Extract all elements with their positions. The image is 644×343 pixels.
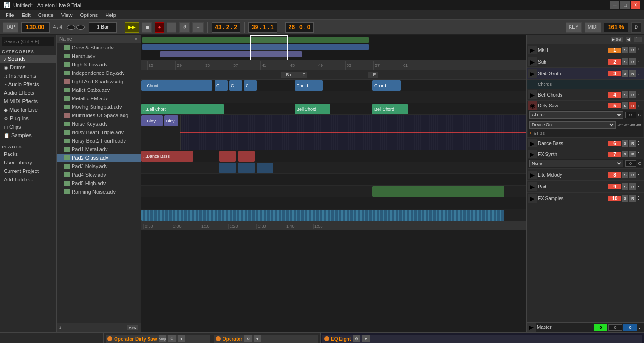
track-r-fxsynth[interactable]: R — [629, 151, 636, 157]
file-item[interactable]: Noise Keys.adv — [57, 120, 141, 128]
file-browser-list[interactable]: Grow & Shine.adv Harsh.adv High & Low.ad… — [57, 43, 141, 323]
maximize-button[interactable]: □ — [620, 1, 630, 9]
track-r-bellchords[interactable]: R — [629, 91, 636, 98]
clip-chord-2[interactable]: Chord — [215, 80, 228, 91]
file-item[interactable]: High & Low.adv — [57, 60, 141, 69]
file-item[interactable]: Mallet Stabs.adv — [57, 86, 141, 94]
clip-dancebass-1[interactable]: ...Dance Bass — [141, 151, 193, 162]
minimize-button[interactable]: ─ — [610, 1, 619, 9]
track-s-sub[interactable]: S — [622, 58, 628, 65]
track-r-dirtysaw[interactable]: R — [629, 102, 636, 109]
info-button[interactable]: ℹ — [59, 325, 61, 330]
key-button[interactable]: KEY — [566, 22, 582, 33]
track-play-fxsamples[interactable]: ▶ — [528, 194, 537, 203]
file-item[interactable]: Pad3 Noisy.adv — [57, 162, 141, 171]
sidebar-item-sounds[interactable]: ♪ Sounds — [0, 55, 56, 63]
sidebar-item-current-project[interactable]: Current Project — [0, 167, 56, 175]
track-play-mkii[interactable]: ▶ — [528, 46, 537, 54]
track-s-mkii[interactable]: S — [622, 47, 628, 53]
clip-chord-6[interactable]: Chord — [372, 80, 401, 91]
clip-dancebass-2[interactable] — [219, 151, 236, 162]
eq-eight-btn2[interactable]: ▼ — [362, 335, 370, 342]
menu-file[interactable]: File — [2, 11, 18, 19]
small-clip[interactable] — [238, 163, 255, 173]
track-play-dancebass[interactable]: ▶ — [528, 139, 537, 147]
menu-create[interactable]: Create — [34, 11, 58, 19]
track-s-pad[interactable]: S — [622, 183, 628, 190]
sidebar-item-add-folder[interactable]: Add Folder... — [0, 175, 56, 184]
operator1-btn2[interactable]: ▼ — [178, 335, 185, 342]
loop-button[interactable]: ↺ — [179, 22, 190, 33]
clip-chord-4[interactable]: Chord — [244, 80, 257, 91]
d-button[interactable]: D — [631, 22, 641, 33]
clip-dancebass-3[interactable] — [238, 151, 255, 162]
sidebar-item-clips[interactable]: ◻ Clips — [0, 122, 56, 131]
raw-button[interactable]: Raw — [127, 325, 138, 330]
clip-bellchord-2[interactable]: Bell Chord — [295, 104, 330, 114]
overdub-button[interactable]: + — [167, 22, 176, 33]
file-item[interactable]: Independence Day.adv — [57, 69, 141, 77]
file-item[interactable]: Pad4 Slow.adv — [57, 171, 141, 179]
session-btn2[interactable]: ⬛ — [634, 37, 642, 42]
file-item[interactable]: Ranning Noise.adv — [57, 188, 141, 196]
sidebar-item-audio-effects[interactable]: ~ Audio Effects — [0, 80, 56, 89]
eq-eight-btn1[interactable]: ⚙ — [353, 335, 360, 342]
track-r-fxsamples[interactable]: R — [629, 195, 636, 202]
clip-dirtysaw-1[interactable]: ...Dirty Saw — [141, 115, 163, 126]
add-scene-button[interactable]: ▶ Set — [610, 37, 623, 42]
overview-strip[interactable] — [141, 35, 526, 61]
track-r-stabsynth[interactable]: R — [629, 70, 636, 77]
menu-edit[interactable]: Edit — [18, 11, 34, 19]
clip-chord-1[interactable]: ...Chord — [141, 80, 212, 91]
operator2-btn1[interactable]: ⚙ — [244, 335, 252, 342]
sidebar-item-samples[interactable]: 📋 Samples — [0, 131, 56, 139]
clip-dirtysaw-2[interactable]: Dirty — [164, 115, 178, 126]
play-button[interactable]: ▶▶ — [125, 22, 139, 33]
file-item[interactable]: Pad1 Metal.adv — [57, 145, 141, 154]
track-play-dirtysaw[interactable]: ◉ — [528, 101, 537, 110]
small-clip[interactable] — [219, 163, 236, 173]
device-on-select[interactable]: Device On — [529, 121, 616, 129]
lite-melody-clip[interactable] — [372, 186, 504, 197]
track-r-pad[interactable]: R — [629, 183, 636, 190]
sidebar-item-user-library[interactable]: User Library — [0, 158, 56, 167]
bpm-display[interactable]: 130.00 — [21, 22, 50, 33]
file-item[interactable]: Pad5 High.adv — [57, 179, 141, 188]
session-btn1[interactable]: ◀ — [625, 37, 632, 42]
file-item[interactable]: Grow & Shine.adv — [57, 43, 141, 52]
follow-button[interactable]: → — [192, 22, 204, 33]
file-item[interactable]: Metallic FM.adv — [57, 94, 141, 103]
menu-help[interactable]: Help — [101, 11, 120, 19]
clip-chord-5[interactable]: Chord — [295, 80, 323, 91]
file-item[interactable]: Harsh.adv — [57, 52, 141, 60]
sidebar-item-midi-effects[interactable]: M MIDI Effects — [0, 97, 56, 106]
track-r-sub[interactable]: R — [629, 58, 636, 65]
track-play-pad[interactable]: ▶ — [528, 182, 537, 191]
fx-samples-clip[interactable] — [141, 210, 504, 220]
close-button[interactable]: ✕ — [631, 1, 640, 9]
gain-add-button[interactable]: + — [529, 131, 532, 136]
effect-select-chorus[interactable]: Chorus — [529, 111, 623, 119]
track-s-fxsamples[interactable]: S — [622, 195, 628, 202]
effect-select-none[interactable]: None — [529, 160, 623, 167]
file-item[interactable]: Light And Shadow.adg — [57, 77, 141, 86]
small-clip[interactable] — [257, 163, 273, 173]
track-s-fxsynth[interactable]: S — [622, 151, 628, 157]
sidebar-item-drums[interactable]: ◉ Drums — [0, 63, 56, 72]
menu-options[interactable]: Options — [76, 11, 101, 19]
operator1-btn1[interactable]: ⚙ — [168, 335, 176, 342]
track-play-stabsynth[interactable]: ▶ — [528, 69, 537, 78]
file-item[interactable]: Moving Stringpad.adv — [57, 103, 141, 111]
track-s-litemelody[interactable]: S — [622, 172, 628, 178]
stop-button[interactable]: ■ — [142, 22, 152, 33]
track-s-dancebass[interactable]: S — [622, 140, 628, 147]
track-s-dirtysaw[interactable]: S — [622, 102, 628, 109]
track-play-fxsynth[interactable]: ▶ — [528, 150, 537, 158]
file-item[interactable]: Multitudes Of Space.adg — [57, 111, 141, 120]
track-r-litemelody[interactable]: R — [629, 172, 636, 178]
track-play-master[interactable]: ▶ — [527, 323, 536, 332]
tap-button[interactable]: TAP — [3, 22, 18, 33]
track-play-litemelody[interactable]: ▶ — [528, 171, 537, 179]
track-s-bellchords[interactable]: S — [622, 91, 628, 98]
sidebar-item-instruments[interactable]: ♫ Instruments — [0, 72, 56, 80]
